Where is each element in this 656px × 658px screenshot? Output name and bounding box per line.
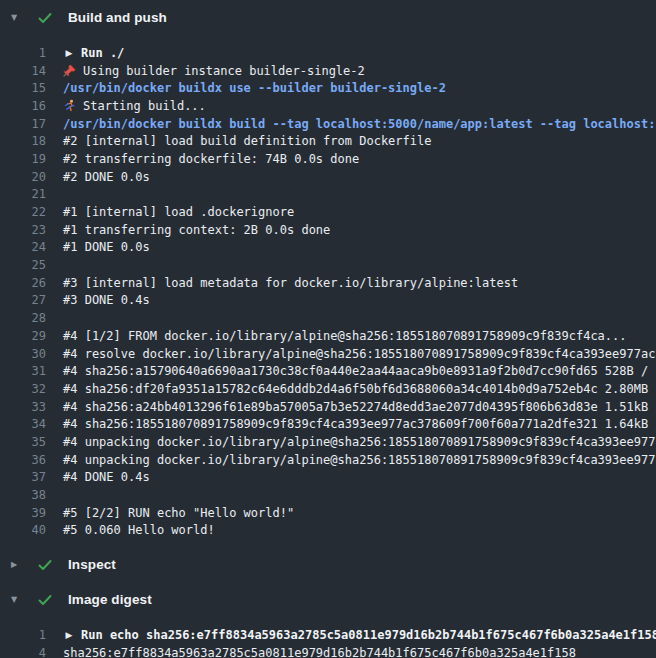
log-line-string: #4 sha256:185518070891758909c9f839cf4ca3… xyxy=(63,417,656,431)
log-line-text: #4 sha256:a24bb4013296f61e89ba57005a7b3e… xyxy=(63,400,656,414)
log-line[interactable]: 28 xyxy=(0,309,656,327)
log-line[interactable]: 36 #4 unpacking docker.io/library/alpine… xyxy=(0,451,656,469)
log-line-number: 15 xyxy=(0,81,46,95)
log-line-number: 39 xyxy=(0,506,46,520)
log-line-string: #4 unpacking docker.io/library/alpine@sh… xyxy=(63,435,656,449)
log-line-string: #2 transferring dockerfile: 74B 0.0s don… xyxy=(63,152,359,166)
log-line[interactable]: 15 /usr/bin/docker buildx use --builder … xyxy=(0,79,656,97)
log-line-number: 37 xyxy=(0,470,46,484)
log-line-number: 4 xyxy=(0,646,46,658)
log-line-string: #4 sha256:a15790640a6690aa1730c38cf0a440… xyxy=(63,364,656,378)
play-icon[interactable]: ▶ xyxy=(63,629,75,642)
log-line-number: 22 xyxy=(0,205,46,219)
log-line[interactable]: 38 xyxy=(0,486,656,504)
log-line-text: #3 [internal] load metadata for docker.i… xyxy=(63,276,518,290)
log-line[interactable]: 19 #2 transferring dockerfile: 74B 0.0s … xyxy=(0,150,656,168)
log-line[interactable]: 1 ▶Run ./ xyxy=(0,44,656,62)
log-line-number: 18 xyxy=(0,134,46,148)
log-line-string: #3 [internal] load metadata for docker.i… xyxy=(63,276,518,290)
log-line-number: 16 xyxy=(0,99,46,113)
log-line[interactable]: 34 #4 sha256:185518070891758909c9f839cf4… xyxy=(0,415,656,433)
log-group-title: Build and push xyxy=(68,10,167,25)
log-line[interactable]: 14 Using builder instance builder-single… xyxy=(0,62,656,80)
log-line[interactable]: 31 #4 sha256:a15790640a6690aa1730c38cf0a… xyxy=(0,362,656,380)
pushpin-icon xyxy=(63,64,76,77)
log-line-number: 40 xyxy=(0,523,46,537)
log-line-string: #4 resolve docker.io/library/alpine@sha2… xyxy=(63,347,656,361)
log-group-header[interactable]: ▼ Build and push xyxy=(0,0,656,35)
log-line-number: 36 xyxy=(0,453,46,467)
log-line[interactable]: 39 #5 [2/2] RUN echo "Hello world!" xyxy=(0,504,656,522)
chevron-down-icon[interactable]: ▼ xyxy=(11,595,28,604)
log-line[interactable]: 17 /usr/bin/docker buildx build --tag lo… xyxy=(0,115,656,133)
log-line-number: 38 xyxy=(0,488,46,502)
log-line[interactable]: 27 #3 DONE 0.4s xyxy=(0,292,656,310)
log-line-text: #4 sha256:df20fa9351a15782c64e6dddb2d4a6… xyxy=(63,382,656,396)
log-line-string: #2 [internal] load build definition from… xyxy=(63,134,431,148)
log-line-string: #1 DONE 0.0s xyxy=(63,240,150,254)
log-line[interactable]: 24 #1 DONE 0.0s xyxy=(0,239,656,257)
log-line[interactable]: 30 #4 resolve docker.io/library/alpine@s… xyxy=(0,345,656,363)
log-line-string: /usr/bin/docker buildx use --builder bui… xyxy=(63,81,446,95)
log-line[interactable]: 20 #2 DONE 0.0s xyxy=(0,168,656,186)
log-group: ▶ Inspect xyxy=(0,547,656,582)
log-line-text: #1 DONE 0.0s xyxy=(63,240,150,254)
log-line-string: #5 [2/2] RUN echo "Hello world!" xyxy=(63,506,294,520)
log-line-string: Starting build... xyxy=(83,99,206,113)
check-icon xyxy=(37,10,55,26)
log-line[interactable]: 33 #4 sha256:a24bb4013296f61e89ba57005a7… xyxy=(0,398,656,416)
log-line[interactable]: 35 #4 unpacking docker.io/library/alpine… xyxy=(0,433,656,451)
log-line-string: #4 unpacking docker.io/library/alpine@sh… xyxy=(63,453,656,467)
log-group-header[interactable]: ▼ Image digest xyxy=(0,582,656,617)
log-line-text: #2 DONE 0.0s xyxy=(63,170,150,184)
log-group-body: 1 ▶Run ./ 14 Using builder instance buil… xyxy=(0,35,656,547)
log-line-number: 35 xyxy=(0,435,46,449)
log-group-title: Image digest xyxy=(68,592,152,607)
log-group-header[interactable]: ▶ Inspect xyxy=(0,547,656,582)
log-line-number: 14 xyxy=(0,64,46,78)
log-line-text: #4 sha256:185518070891758909c9f839cf4ca3… xyxy=(63,417,656,431)
log-line-string: #4 sha256:df20fa9351a15782c64e6dddb2d4a6… xyxy=(63,382,656,396)
log-line-string: Run echo sha256:e7ff8834a5963a2785c5a081… xyxy=(81,628,656,642)
log-line-text: #4 unpacking docker.io/library/alpine@sh… xyxy=(63,453,656,467)
log-line-number: 32 xyxy=(0,382,46,396)
log-line-number: 28 xyxy=(0,311,46,325)
log-line-string: #4 [1/2] FROM docker.io/library/alpine@s… xyxy=(63,329,627,343)
play-icon[interactable]: ▶ xyxy=(63,46,75,59)
log-group: ▼ Build and push 1 ▶Run ./ 14 Using buil… xyxy=(0,0,656,547)
log-line[interactable]: 1 ▶Run echo sha256:e7ff8834a5963a2785c5a… xyxy=(0,626,656,644)
log-line[interactable]: 29 #4 [1/2] FROM docker.io/library/alpin… xyxy=(0,327,656,345)
log-line-text: sha256:e7ff8834a5963a2785c5a0811e979d16b… xyxy=(63,646,576,658)
chevron-right-icon[interactable]: ▶ xyxy=(11,560,28,569)
log-line[interactable]: 22 #1 [internal] load .dockerignore xyxy=(0,203,656,221)
log-line-number: 19 xyxy=(0,152,46,166)
runner-icon xyxy=(63,99,76,112)
log-line[interactable]: 26 #3 [internal] load metadata for docke… xyxy=(0,274,656,292)
log-line-number: 30 xyxy=(0,347,46,361)
log-line-text: #1 [internal] load .dockerignore xyxy=(63,205,294,219)
log-line-number: 33 xyxy=(0,400,46,414)
log-line[interactable]: 25 xyxy=(0,256,656,274)
log-line-text: /usr/bin/docker buildx build --tag local… xyxy=(63,117,656,131)
log-line[interactable]: 37 #4 DONE 0.4s xyxy=(0,469,656,487)
log-line-string: Using builder instance builder-single-2 xyxy=(83,64,365,78)
log-line-text: ▶Run echo sha256:e7ff8834a5963a2785c5a08… xyxy=(63,628,656,642)
log-line-string: /usr/bin/docker buildx build --tag local… xyxy=(63,117,656,131)
log-line-text: #5 [2/2] RUN echo "Hello world!" xyxy=(63,506,294,520)
log-line-text: #5 0.060 Hello world! xyxy=(63,523,215,537)
log-line-number: 31 xyxy=(0,364,46,378)
log-line-string: #2 DONE 0.0s xyxy=(63,170,150,184)
log-line-text: Using builder instance builder-single-2 xyxy=(63,64,365,78)
log-line[interactable]: 16 Starting build... xyxy=(0,97,656,115)
log-line-number: 26 xyxy=(0,276,46,290)
log-line[interactable]: 32 #4 sha256:df20fa9351a15782c64e6dddb2d… xyxy=(0,380,656,398)
log-line[interactable]: 23 #1 transferring context: 2B 0.0s done xyxy=(0,221,656,239)
workflow-log: ▼ Build and push 1 ▶Run ./ 14 Using buil… xyxy=(0,0,656,658)
log-line[interactable]: 40 #5 0.060 Hello world! xyxy=(0,522,656,540)
log-line-text: /usr/bin/docker buildx use --builder bui… xyxy=(63,81,446,95)
log-line[interactable]: 18 #2 [internal] load build definition f… xyxy=(0,132,656,150)
log-line[interactable]: 21 xyxy=(0,186,656,204)
log-line-number: 1 xyxy=(0,628,46,642)
log-line[interactable]: 4 sha256:e7ff8834a5963a2785c5a0811e979d1… xyxy=(0,644,656,658)
chevron-down-icon[interactable]: ▼ xyxy=(11,13,28,22)
